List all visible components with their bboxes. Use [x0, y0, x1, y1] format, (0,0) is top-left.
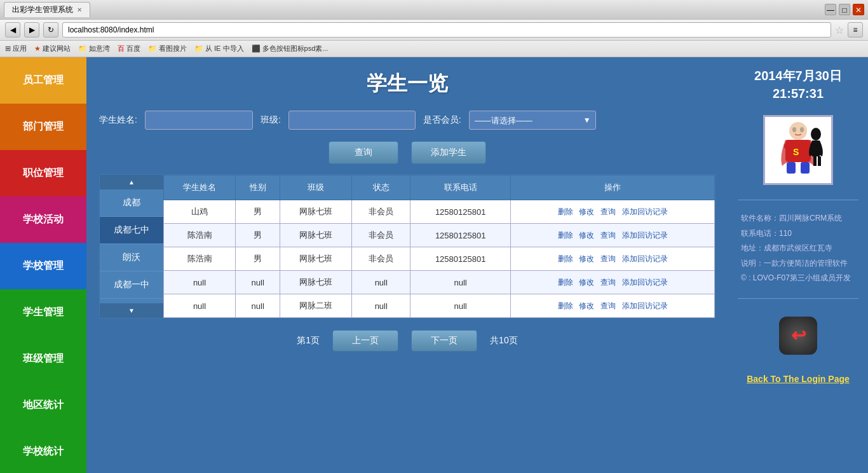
browser-tab[interactable]: 出彩学生管理系统 ✕ — [4, 2, 90, 17]
cell-gender: 男 — [236, 200, 280, 224]
svg-point-0 — [789, 122, 807, 140]
bookmark-star[interactable]: ☆ — [835, 24, 844, 36]
bookmark-suggest[interactable]: ★ 建议网站 — [34, 44, 71, 53]
sidebar-item-department[interactable]: 部门管理 — [0, 104, 86, 150]
sidebar-label-school-stats: 学校统计 — [23, 445, 64, 458]
total-pages: 共10页 — [490, 335, 518, 346]
cell-phone: 12580125801 — [410, 247, 511, 271]
next-page-button[interactable]: 下一页 — [411, 330, 477, 352]
prev-page-button[interactable]: 上一页 — [332, 330, 398, 352]
cell-status: 非会员 — [352, 247, 410, 271]
cell-status: 非会员 — [352, 224, 410, 247]
action-query[interactable]: 查询 — [600, 207, 616, 216]
sidebar-label-student: 学生管理 — [23, 306, 64, 319]
bookmark-baidu[interactable]: 百 百度 — [118, 44, 140, 53]
back-to-login-icon[interactable]: ↩ — [779, 317, 817, 355]
avatar: S — [763, 115, 833, 185]
cell-actions: 删除 修改 查询 添加回访记录 — [511, 294, 715, 318]
left-nav-item-langwo[interactable]: 朗沃 — [100, 244, 163, 271]
address-bar[interactable]: localhost:8080/index.html — [62, 22, 831, 38]
refresh-btn[interactable]: ↻ — [43, 22, 58, 38]
software-name: 软件名称：四川网脉CRM系统 — [741, 212, 855, 226]
maximize-btn[interactable]: □ — [839, 4, 850, 15]
table-row: null null 网脉二班 null null 删除 修改 查询 添加回访记录 — [164, 294, 715, 318]
action-add-visit[interactable]: 添加回访记录 — [622, 254, 668, 263]
sidebar-label-school-mgmt: 学校管理 — [23, 259, 64, 273]
action-add-visit[interactable]: 添加回访记录 — [622, 301, 668, 310]
minimize-btn[interactable]: — — [825, 4, 836, 15]
divider-1 — [738, 200, 858, 200]
action-delete[interactable]: 删除 — [558, 254, 573, 263]
sidebar-item-region[interactable]: 地区统计 — [0, 382, 86, 428]
contact-phone: 联系电话：110 — [741, 227, 855, 241]
bookmark-ruyi[interactable]: 📁 如意湾 — [78, 44, 110, 53]
sidebar-item-position[interactable]: 职位管理 — [0, 150, 86, 196]
forward-nav-btn[interactable]: ▶ — [24, 22, 39, 38]
svg-text:S: S — [793, 147, 799, 157]
class-label: 班级: — [261, 114, 281, 126]
action-query[interactable]: 查询 — [600, 301, 616, 310]
cell-name: 陈浩南 — [164, 224, 236, 247]
left-nav-item-chengduqizhong[interactable]: 成都七中 — [100, 217, 163, 244]
action-edit[interactable]: 修改 — [579, 231, 594, 240]
col-phone: 联系电话 — [410, 175, 511, 200]
table-row: null null 网脉七班 null null 删除 修改 查询 添加回访记录 — [164, 271, 715, 294]
close-btn[interactable]: ✕ — [853, 4, 864, 15]
svg-point-7 — [792, 127, 796, 132]
action-buttons: 查询 添加学生 — [99, 141, 715, 164]
action-delete[interactable]: 删除 — [558, 278, 573, 287]
sidebar-item-school-stats[interactable]: 学校统计 — [0, 428, 86, 473]
sidebar-label-staff: 员工管理 — [23, 74, 64, 87]
action-edit[interactable]: 修改 — [579, 254, 594, 263]
action-delete[interactable]: 删除 — [558, 231, 573, 240]
action-add-visit[interactable]: 添加回访记录 — [622, 231, 668, 240]
sidebar-label-class: 班级管理 — [23, 352, 64, 366]
sidebar-item-activities[interactable]: 学校活动 — [0, 196, 86, 243]
sidebar-item-student[interactable]: 学生管理 — [0, 289, 86, 336]
action-delete[interactable]: 删除 — [558, 207, 573, 216]
name-label: 学生姓名: — [99, 114, 137, 126]
bookmark-ie-import[interactable]: 📁 从 IE 中导入 — [194, 44, 244, 53]
bookmark-label: 看图搜片 — [159, 44, 187, 53]
svg-point-9 — [811, 128, 821, 141]
bookmark-psd[interactable]: ⬛ 多色按钮图标psd素... — [252, 44, 329, 53]
action-add-visit[interactable]: 添加回访记录 — [622, 278, 668, 287]
back-nav-btn[interactable]: ◀ — [5, 22, 20, 38]
class-input[interactable] — [288, 111, 416, 130]
tab-close-btn[interactable]: ✕ — [77, 6, 82, 13]
bookmark-apps[interactable]: ⊞ 应用 — [5, 44, 27, 53]
action-edit[interactable]: 修改 — [579, 207, 594, 216]
bookmarks-bar: ⊞ 应用 ★ 建议网站 📁 如意湾 百 百度 📁 看图搜片 📁 从 IE 中导入… — [0, 41, 868, 57]
action-query[interactable]: 查询 — [600, 254, 616, 263]
sidebar-item-class[interactable]: 班级管理 — [0, 336, 86, 382]
main-wrapper: 员工管理 部门管理 职位管理 学校活动 学校管理 学生管理 班级管理 地区统计 … — [0, 57, 868, 473]
action-delete[interactable]: 删除 — [558, 301, 573, 310]
scroll-down-icon[interactable]: ▼ — [127, 306, 136, 315]
add-student-button[interactable]: 添加学生 — [411, 141, 486, 164]
left-nav-item-chengduyi[interactable]: 成都一中 — [100, 271, 163, 299]
sidebar-item-school-mgmt[interactable]: 学校管理 — [0, 243, 86, 289]
bookmark-photos[interactable]: 📁 看图搜片 — [148, 44, 187, 53]
member-select[interactable]: ——请选择—— 是 否 — [469, 111, 596, 130]
cell-actions: 删除 修改 查询 添加回访记录 — [511, 271, 715, 294]
query-button[interactable]: 查询 — [329, 141, 398, 164]
divider-2 — [738, 298, 858, 299]
avatar-image: S — [766, 118, 830, 182]
table-row: 陈浩南 男 网脉七班 非会员 12580125801 删除 修改 查询 添加回访… — [164, 247, 715, 271]
name-input[interactable] — [145, 111, 253, 130]
action-query[interactable]: 查询 — [600, 231, 616, 240]
member-label: 是否会员: — [423, 114, 461, 126]
cell-class: 网脉七班 — [280, 200, 352, 224]
sidebar-item-staff[interactable]: 员工管理 — [0, 57, 86, 104]
pagination: 第1页 上一页 下一页 共10页 — [99, 330, 715, 352]
settings-btn[interactable]: ≡ — [848, 22, 863, 38]
back-to-login-link[interactable]: Back To The Login Page — [747, 374, 850, 384]
left-nav-item-chengdu[interactable]: 成都 — [100, 189, 163, 217]
cell-class: 网脉七班 — [280, 271, 352, 294]
action-edit[interactable]: 修改 — [579, 278, 594, 287]
action-edit[interactable]: 修改 — [579, 301, 594, 310]
bookmark-icon: ★ — [34, 45, 41, 53]
action-query[interactable]: 查询 — [600, 278, 616, 287]
scroll-up-icon[interactable]: ▲ — [127, 177, 136, 187]
action-add-visit[interactable]: 添加回访记录 — [622, 207, 668, 216]
